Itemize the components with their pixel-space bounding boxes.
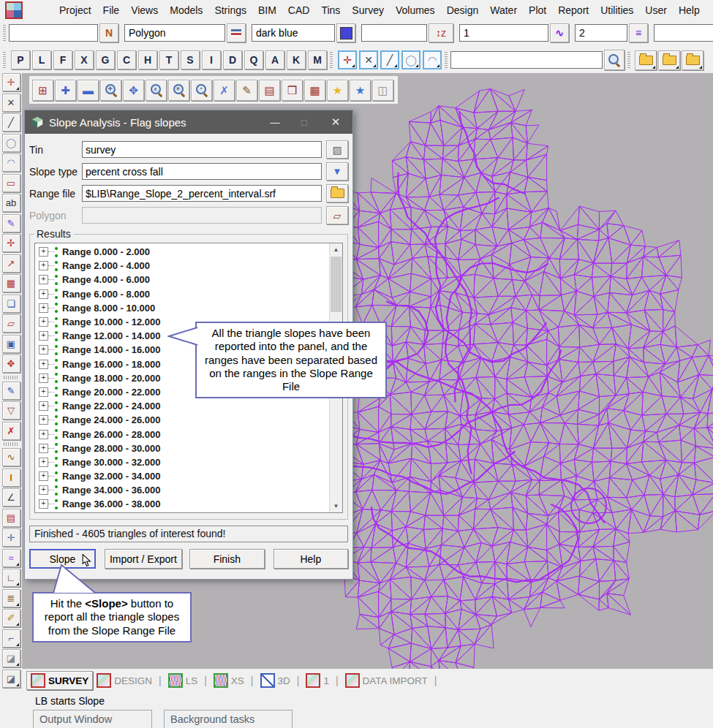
expand-icon[interactable]: + — [39, 485, 48, 495]
new-view-button[interactable]: ⊞ — [32, 80, 53, 101]
view-favourites-button[interactable]: ★ — [350, 80, 371, 101]
tool-tin-edit-button[interactable]: ◪ — [2, 670, 20, 688]
tree-item[interactable]: +Range 2.000 - 4.000 — [35, 259, 330, 273]
help-button[interactable]: Help — [273, 549, 348, 569]
project-folder-button[interactable] — [635, 50, 657, 70]
view-tab-design[interactable]: DESIGN — [93, 672, 156, 689]
range-file-browse-button[interactable] — [326, 184, 348, 202]
pan-button[interactable]: ✥ — [123, 80, 144, 101]
menu-design[interactable]: Design — [441, 4, 485, 16]
minimize-button[interactable]: — — [260, 110, 290, 134]
tool-snap-point-button[interactable]: ✛ — [2, 73, 20, 91]
menu-help[interactable]: Help — [673, 4, 706, 16]
expand-icon[interactable]: + — [39, 247, 48, 257]
tool-circle-button[interactable]: ◯ — [2, 134, 20, 152]
expand-icon[interactable]: + — [39, 499, 48, 509]
plot-key-t-button[interactable]: T — [159, 50, 178, 69]
weight-button[interactable]: ≡ — [629, 23, 648, 42]
menu-tins[interactable]: Tins — [315, 4, 346, 16]
menu-utilities[interactable]: Utilities — [595, 4, 639, 16]
output-window-panel[interactable]: Output Window — [33, 710, 152, 728]
view-tab-1[interactable]: 1 — [302, 672, 333, 689]
model-input[interactable] — [124, 24, 225, 42]
tool-measure-button[interactable]: ↗ — [2, 254, 20, 273]
colour-input[interactable] — [252, 24, 335, 42]
linestyle-input[interactable] — [459, 24, 548, 42]
plot-key-p-button[interactable]: P — [11, 50, 30, 69]
zoom-previous-button[interactable] — [191, 80, 212, 101]
tool-tin-create-button[interactable]: ◪ — [2, 649, 20, 667]
user-folder-button[interactable] — [682, 50, 703, 70]
maximize-button[interactable]: □ — [290, 110, 319, 134]
menu-volumes[interactable]: Volumes — [390, 4, 441, 16]
menu-water[interactable]: Water — [484, 4, 523, 16]
expand-icon[interactable]: + — [39, 345, 48, 354]
expand-icon[interactable]: + — [39, 317, 48, 327]
tool-arc-button[interactable]: ◠ — [2, 153, 20, 172]
tree-item[interactable]: +Range 4.000 - 6.000 — [35, 273, 330, 287]
tool-polygon-button[interactable]: ▱ — [2, 314, 20, 333]
expand-icon[interactable]: + — [39, 444, 48, 453]
tool-create-point-button[interactable]: ✢ — [2, 234, 20, 252]
close-button[interactable]: ✕ — [319, 110, 352, 134]
tree-item[interactable]: +Range 28.000 - 30.000 — [35, 441, 330, 455]
z-ruler-button[interactable]: ↕z — [429, 23, 453, 42]
slope-type-input[interactable] — [82, 163, 322, 180]
tree-item[interactable]: +Range 34.000 - 36.000 — [35, 483, 330, 497]
expand-icon[interactable]: + — [39, 430, 48, 439]
scrollbar-thumb[interactable] — [331, 257, 342, 312]
tool-paint-button[interactable]: ✎ — [2, 214, 20, 232]
view-tab-survey[interactable]: SURVEY — [26, 671, 93, 690]
menu-cad[interactable]: CAD — [282, 4, 316, 16]
tool-move-button[interactable]: ✥ — [2, 354, 20, 373]
tool-squiggle-button[interactable]: ≈ — [2, 549, 20, 567]
tree-item[interactable]: +Range 22.000 - 24.000 — [35, 399, 330, 413]
zoom-in-button[interactable]: ✚ — [55, 80, 76, 101]
view-tab-xs[interactable]: XS — [210, 672, 248, 689]
tool-angle-button[interactable]: ∠ — [2, 488, 20, 507]
view-tab-3d[interactable]: 3D — [257, 672, 294, 689]
menu-models[interactable]: Models — [164, 4, 208, 16]
menu-project[interactable]: Project — [53, 4, 97, 16]
menu-user[interactable]: User — [639, 4, 673, 16]
tool-delete-button[interactable]: ✗ — [2, 422, 20, 440]
tool-node-button[interactable]: ✕ — [2, 94, 20, 112]
clean-view-button[interactable]: ✎ — [236, 80, 257, 101]
tool-align-button[interactable]: ✛ — [2, 528, 20, 547]
range-file-input[interactable] — [82, 185, 322, 202]
menu-survey[interactable]: Survey — [346, 4, 390, 16]
tool-rail-button[interactable]: ≣ — [2, 589, 20, 607]
tool-pen-colour-button[interactable]: ✎ — [2, 382, 20, 400]
tree-item[interactable]: +Range 26.000 - 28.000 — [35, 427, 330, 441]
expand-icon[interactable]: + — [39, 458, 48, 467]
menu-bim[interactable]: BIM — [252, 4, 282, 16]
tool-copy-window-button[interactable]: ❏ — [2, 295, 20, 313]
search-button[interactable] — [604, 50, 625, 70]
plot-key-i-button[interactable]: I — [202, 50, 221, 69]
tin-picker-button[interactable]: ▨ — [326, 140, 348, 159]
tool-rectangle-button[interactable]: ▭ — [2, 174, 20, 192]
tree-item[interactable]: +Range 0.000 - 2.000 — [35, 245, 330, 259]
tool-edit-polygon-button[interactable]: ▽ — [2, 401, 20, 420]
tool-freehand-button[interactable]: ∿ — [2, 448, 20, 466]
finish-button[interactable]: Finish — [189, 549, 264, 569]
copy-view-button[interactable]: ❐ — [282, 80, 303, 101]
plot-key-c-button[interactable]: C — [117, 50, 136, 69]
weight-input[interactable] — [575, 24, 627, 42]
tool-image-button[interactable]: ▣ — [2, 335, 20, 353]
plot-key-h-button[interactable]: H — [138, 50, 157, 69]
colour-swatch-button[interactable] — [336, 23, 355, 42]
import-export-button[interactable]: Import / Export — [105, 549, 182, 569]
snap-circle-button[interactable]: ◯ — [401, 50, 420, 69]
zoom-factor-button[interactable] — [146, 80, 167, 101]
tool-kerb-button[interactable]: ⌐ — [2, 629, 20, 648]
zoom-out-button[interactable]: ▬ — [78, 80, 99, 101]
expand-icon[interactable]: + — [39, 261, 48, 270]
zoom-extents-button[interactable] — [100, 80, 121, 101]
plot-key-k-button[interactable]: K — [287, 50, 306, 69]
expand-icon[interactable]: + — [39, 471, 48, 481]
tree-item[interactable]: +Range 36.000 - 38.000 — [35, 497, 330, 511]
plot-key-m-button[interactable]: M — [308, 50, 327, 69]
zoom-all-button[interactable] — [168, 80, 189, 101]
snap-line-button[interactable]: ╱ — [380, 50, 399, 69]
